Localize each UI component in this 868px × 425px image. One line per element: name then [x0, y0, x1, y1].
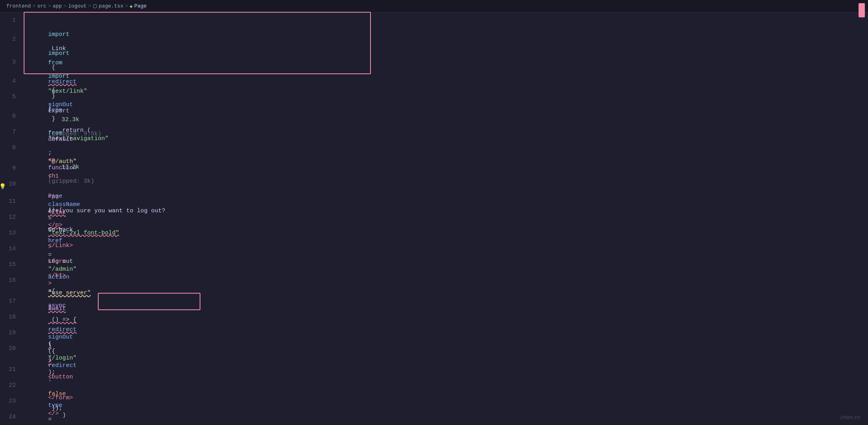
code-line: 13 <form: [0, 225, 868, 241]
code-line: 23 ): [0, 393, 868, 409]
line-content: [24, 74, 868, 88]
line-number: 24: [0, 410, 24, 424]
code-line: 15 "use server" ;: [0, 257, 868, 273]
line-number: 23: [0, 394, 24, 408]
line-number: 12: [0, 210, 24, 225]
code-line: 2 import { redirect } from "next/navigat…: [0, 32, 868, 54]
code-line: 18 } }: [0, 309, 868, 325]
breadcrumb: frontend > src > app > logout > ⬡ page.t…: [0, 0, 868, 13]
code-line: 22 </>: [0, 378, 868, 393]
line-content: }: [24, 410, 868, 425]
line-number: 20: [0, 342, 24, 356]
code-line: 16 await signOut ({ redirect : false });: [0, 273, 868, 294]
code-line: 5 export default function Page () {: [0, 89, 868, 108]
code-line: 7 <>: [0, 124, 868, 140]
code-line: 21 </form>: [0, 362, 868, 378]
code-line: 14 action ={ async () => {: [0, 241, 868, 257]
breadcrumb-item[interactable]: frontend: [6, 3, 31, 9]
code-line: 1 import Link from "next/link" ; 32.3k (…: [0, 13, 868, 32]
breadcrumb-item[interactable]: app: [52, 3, 62, 9]
component-icon: ◈: [130, 3, 133, 9]
code-line: 20 <button type = "submit" > Log out </b…: [0, 341, 868, 362]
line-number: 4: [0, 74, 24, 88]
breadcrumb-item-active[interactable]: Page: [134, 3, 146, 9]
line-number: 13: [0, 226, 24, 240]
code-editor: 1 import Link from "next/link" ; 32.3k (…: [0, 13, 868, 425]
line-number: 5: [0, 90, 24, 104]
line-number: 1: [0, 13, 24, 28]
file-icon: ⬡: [93, 3, 97, 9]
breadcrumb-item[interactable]: page.tsx: [99, 3, 123, 9]
breadcrumb-item[interactable]: logout: [68, 3, 87, 9]
line-number: 18: [0, 310, 24, 324]
code-line: 12 </Link>: [0, 210, 868, 225]
error-indicator: [859, 3, 865, 17]
code-line: 24 }: [0, 409, 868, 425]
breadcrumb-separator: >: [88, 3, 91, 9]
line-number: 7: [0, 125, 24, 139]
code-line: 3 import { signOut } from "@/auth" ;: [0, 54, 868, 73]
breadcrumb-separator: >: [32, 3, 36, 9]
line-number: 6: [0, 109, 24, 124]
breadcrumb-separator: >: [64, 3, 67, 9]
watermark: znwx.cn: [840, 414, 860, 420]
line-number: 21: [0, 363, 24, 377]
line-number: 11: [0, 195, 24, 209]
breadcrumb-separator: >: [48, 3, 51, 9]
breadcrumb-separator: >: [125, 3, 128, 9]
line-number: 9: [0, 161, 24, 176]
code-line: 19 >: [0, 325, 868, 341]
line-number: 22: [0, 378, 24, 393]
line-number: 10: [0, 177, 24, 191]
code-line: 9 <p> Are you sure you want to log out? …: [0, 161, 868, 176]
code-line: 6 return (: [0, 109, 868, 124]
line-number: 14: [0, 242, 24, 256]
line-number: 3: [0, 55, 24, 69]
breadcrumb-item[interactable]: src: [37, 3, 46, 9]
code-line: 4: [0, 73, 868, 89]
line-number: 15: [0, 258, 24, 272]
code-line: 11 Go back: [0, 194, 868, 210]
line-number: 2: [0, 32, 24, 47]
line-number: 16: [0, 273, 24, 288]
code-line: 10 <Link href = "/admin" >: [0, 176, 868, 194]
line-number: 17: [0, 294, 24, 309]
code-line: 17 redirect ( "/login" );: [0, 294, 868, 309]
code-line: 8 <h1 className = "text-2xl font-bold" >…: [0, 140, 868, 161]
line-number: 8: [0, 141, 24, 155]
line-number: 19: [0, 326, 24, 340]
